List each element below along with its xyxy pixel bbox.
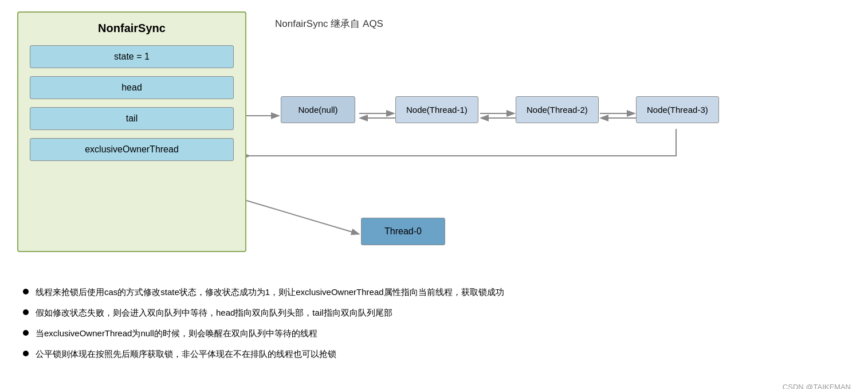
bullet-dot-3 (23, 330, 29, 336)
node-null: Node(null) (281, 96, 355, 123)
exclusive-owner-thread-field: exclusiveOwnerThread (30, 138, 234, 161)
bullet-dot-2 (23, 309, 29, 315)
state-field: state = 1 (30, 45, 234, 68)
bullet-item-2: 假如修改状态失败，则会进入双向队列中等待，head指向双向队列头部，tail指向… (23, 306, 851, 320)
svg-line-7 (246, 201, 358, 234)
thread-0: Thread-0 (361, 218, 445, 245)
head-field: head (30, 76, 234, 99)
bullet-item-1: 线程来抢锁后使用cas的方式修改state状态，修改状态成功为1，则让exclu… (23, 285, 851, 299)
bullet-dot-1 (23, 289, 29, 294)
bullet-dot-4 (23, 351, 29, 356)
inherit-label: NonfairSync 继承自 AQS (275, 17, 383, 30)
watermark: CSDN @TAIKEMAN (17, 383, 851, 389)
node-thread-3: Node(Thread-3) (636, 96, 719, 123)
bullet-item-3: 当exclusiveOwnerThread为null的时候，则会唤醒在双向队列中… (23, 327, 851, 340)
bullet-item-4: 公平锁则体现在按照先后顺序获取锁，非公平体现在不在排队的线程也可以抢锁 (23, 347, 851, 361)
node-thread-1: Node(Thread-1) (395, 96, 478, 123)
tail-field: tail (30, 107, 234, 130)
diagram-wrapper: NonfairSync state = 1 head tail exclusiv… (17, 11, 848, 269)
nonfairsync-container: NonfairSync state = 1 head tail exclusiv… (17, 11, 246, 252)
bullets-section: 线程来抢锁后使用cas的方式修改state状态，修改状态成功为1，则让exclu… (17, 285, 851, 368)
node-thread-2: Node(Thread-2) (516, 96, 599, 123)
nonfairsync-title: NonfairSync (30, 22, 234, 35)
